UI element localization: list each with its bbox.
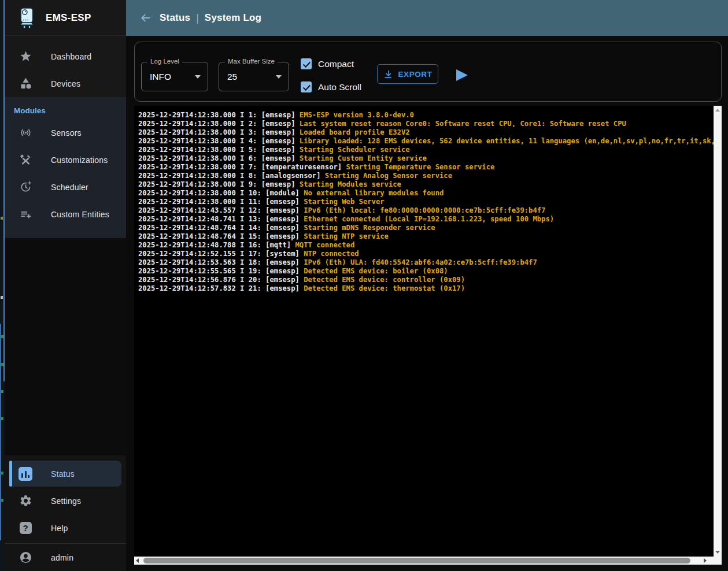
sidebar-item-devices[interactable]: Devices [5, 70, 126, 97]
sidebar-item-label: Devices [51, 79, 80, 88]
vertical-scrollbar[interactable] [714, 106, 722, 557]
horizontal-scrollbar-thumb[interactable] [143, 558, 690, 563]
scroll-right-arrow-icon[interactable] [704, 558, 707, 563]
chevron-down-icon [195, 75, 201, 79]
scroll-left-arrow-icon[interactable] [136, 558, 139, 563]
log-line: 2025-12-29T14:12:56.876 I 20: [emsesp] D… [138, 276, 714, 284]
max-buffer-label: Max Buffer Size [225, 58, 278, 65]
log-line: 2025-12-29T14:12:38.000 I 11: [emsesp] S… [138, 198, 714, 206]
sidebar-item-settings[interactable]: Settings [5, 487, 126, 514]
compact-label: Compact [318, 59, 354, 69]
page-title: System Log [205, 12, 261, 24]
sidebar-item-help[interactable]: ? Help [5, 514, 126, 542]
system-log-panel: 2025-12-29T14:12:38.000 I 1: [emsesp] EM… [134, 106, 722, 565]
max-buffer-value: 25 [227, 72, 237, 82]
log-line: 2025-12-29T14:12:38.000 I 1: [emsesp] EM… [138, 111, 714, 120]
bar-chart-icon [19, 467, 32, 481]
sidebar-item-label: Settings [51, 496, 81, 506]
breadcrumb-divider: | [196, 12, 199, 24]
sidebar-item-label: Customizations [51, 155, 108, 165]
sidebar-spacer [5, 238, 126, 455]
autoscroll-label: Auto Scroll [318, 82, 361, 92]
log-line: 2025-12-29T14:12:38.000 I 7: [temperatur… [138, 163, 714, 172]
log-line: 2025-12-29T14:12:43.557 I 12: [emsesp] I… [138, 206, 714, 215]
log-level-select[interactable]: Log Level INFO [141, 62, 208, 91]
compact-checkbox[interactable] [301, 58, 312, 69]
log-line: 2025-12-29T14:12:53.563 I 18: [emsesp] I… [138, 258, 714, 267]
autoscroll-checkbox-row: Auto Scroll [301, 81, 361, 92]
sidebar-item-sensors[interactable]: Sensors [5, 119, 126, 146]
compact-checkbox-row: Compact [301, 58, 354, 69]
log-line: 2025-12-29T14:12:48.764 I 14: [emsesp] S… [138, 224, 714, 232]
log-line: 2025-12-29T14:12:38.000 I 6: [emsesp] St… [138, 154, 714, 163]
sidebar-item-custom-entities[interactable]: Custom Entities [5, 201, 126, 228]
log-line: 2025-12-29T14:12:38.000 I 3: [emsesp] Lo… [138, 128, 714, 137]
sidebar-item-admin[interactable]: admin [5, 543, 126, 571]
scroll-down-arrow-icon[interactable] [715, 551, 720, 554]
sidebar-bottom-group: Status Settings ? Help admin [5, 455, 126, 571]
arrow-left-icon [140, 12, 151, 24]
antenna-icon [19, 126, 32, 140]
sidebar-item-label: Dashboard [51, 52, 91, 61]
star-icon [19, 50, 32, 64]
playlist-add-icon [19, 207, 32, 221]
sidebar-item-label: Help [51, 524, 68, 533]
page-header: Status | System Log [126, 0, 728, 36]
sidebar-item-scheduler[interactable]: Scheduler [5, 173, 126, 201]
sidebar-item-dashboard[interactable]: Dashboard [5, 43, 126, 70]
sidebar-item-label: Status [51, 469, 75, 479]
autoscroll-checkbox[interactable] [301, 81, 312, 92]
play-icon[interactable] [456, 69, 468, 81]
sidebar-item-label: Custom Entities [51, 210, 109, 219]
log-controls-panel: Log Level INFO Max Buffer Size 25 Compac… [134, 42, 722, 102]
download-icon [383, 69, 393, 79]
log-line: 2025-12-29T14:12:55.565 I 19: [emsesp] D… [138, 267, 714, 276]
tools-icon [19, 153, 32, 167]
background-window-strip [0, 0, 5, 571]
sidebar-item-label: admin [51, 553, 73, 562]
sidebar-modules-group: Modules Sensors [5, 97, 126, 238]
log-line: 2025-12-29T14:12:38.000 I 4: [emsesp] Li… [138, 137, 714, 146]
export-label: EXPORT [398, 70, 432, 79]
scrollbar-corner [714, 557, 722, 565]
sidebar-item-label: Scheduler [51, 183, 88, 192]
person-icon [19, 551, 32, 565]
boiler-logo-icon [16, 6, 37, 29]
log-line: 2025-12-29T14:12:38.000 I 9: [emsesp] St… [138, 180, 714, 189]
scroll-up-arrow-icon[interactable] [715, 109, 720, 112]
log-line: 2025-12-29T14:12:48.764 I 15: [emsesp] S… [138, 232, 714, 241]
sidebar-item-customizations[interactable]: Customizations [5, 146, 126, 173]
breadcrumb-section: Status [160, 12, 190, 24]
sidebar-item-status[interactable]: Status [9, 461, 121, 487]
app-title: EMS-ESP [46, 12, 91, 24]
log-line: 2025-12-29T14:12:57.832 I 21: [emsesp] D… [138, 284, 714, 293]
back-button[interactable] [140, 12, 151, 24]
export-button[interactable]: EXPORT [377, 64, 438, 84]
log-level-value: INFO [150, 72, 171, 82]
category-icon [19, 77, 32, 91]
app-logo-band: EMS-ESP [5, 0, 126, 36]
sidebar: EMS-ESP Dashboard Devices Modules [5, 0, 126, 571]
log-line: 2025-12-29T14:12:48.741 I 13: [emsesp] E… [138, 215, 714, 224]
sidebar-item-label: Sensors [51, 128, 82, 138]
log-line: 2025-12-29T14:12:48.788 I 16: [mqtt] MQT… [138, 241, 714, 250]
sidebar-top-group: Dashboard Devices [5, 36, 126, 97]
log-line: 2025-12-29T14:12:38.000 I 5: [emsesp] St… [138, 146, 714, 154]
log-line: 2025-12-29T14:12:52.155 I 17: [system] N… [138, 250, 714, 258]
log-line: 2025-12-29T14:12:38.000 I 10: [module] N… [138, 189, 714, 198]
gear-icon [19, 494, 32, 508]
modules-section-header: Modules [5, 102, 126, 119]
horizontal-scrollbar[interactable] [134, 557, 714, 565]
clock-plus-icon [19, 180, 32, 194]
max-buffer-select[interactable]: Max Buffer Size 25 [219, 62, 289, 91]
log-line: 2025-12-29T14:12:38.000 I 8: [analogsens… [138, 172, 714, 180]
log-level-label: Log Level [147, 58, 182, 65]
chevron-down-icon [276, 75, 282, 79]
help-icon: ? [19, 521, 32, 535]
log-output: 2025-12-29T14:12:38.000 I 1: [emsesp] EM… [134, 106, 714, 557]
log-line: 2025-12-29T14:12:38.000 I 2: [emsesp] La… [138, 120, 714, 128]
